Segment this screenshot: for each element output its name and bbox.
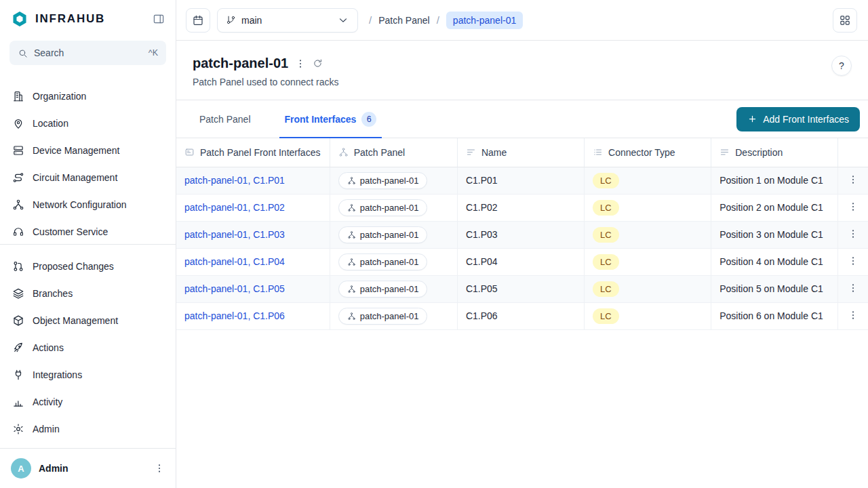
connector-type-badge: LC bbox=[593, 281, 619, 297]
branch-selector[interactable]: main bbox=[217, 8, 358, 33]
kebab-icon bbox=[848, 228, 859, 239]
sidebar-item-branches[interactable]: Branches bbox=[0, 280, 176, 307]
sidebar-item-network-configuration[interactable]: Network Configuration bbox=[0, 191, 176, 218]
sidebar-item-actions[interactable]: Actions bbox=[0, 334, 176, 361]
hierarchy-icon bbox=[347, 230, 356, 239]
description-cell: Position 5 on Module C1 bbox=[711, 275, 838, 302]
row-menu-button[interactable] bbox=[848, 256, 859, 266]
name-cell: C1.P01 bbox=[457, 167, 584, 194]
align-left-icon bbox=[719, 147, 730, 157]
row-menu-button[interactable] bbox=[848, 228, 859, 239]
patch-panel-pill[interactable]: patch-panel-01 bbox=[338, 253, 428, 270]
kebab-icon bbox=[295, 58, 306, 69]
interface-link[interactable]: patch-panel-01, C1.P02 bbox=[184, 202, 285, 213]
time-travel-button[interactable] bbox=[186, 8, 210, 33]
sidebar-item-label: Network Configuration bbox=[33, 199, 127, 210]
interface-link[interactable]: patch-panel-01, C1.P06 bbox=[184, 310, 285, 321]
tab-front-interfaces[interactable]: Front Interfaces 6 bbox=[281, 100, 381, 138]
sidebar-item-organization[interactable]: Organization bbox=[0, 83, 176, 110]
description-cell: Position 3 on Module C1 bbox=[711, 221, 838, 248]
sidebar-item-proposed-changes[interactable]: Proposed Changes bbox=[0, 253, 176, 280]
column-header-connector-type[interactable]: Connector Type bbox=[585, 138, 711, 167]
building-icon bbox=[12, 90, 24, 102]
sidebar-item-circuit-management[interactable]: Circuit Management bbox=[0, 164, 176, 191]
refresh-icon bbox=[313, 58, 323, 68]
apps-button[interactable] bbox=[833, 8, 857, 33]
column-header-front-interfaces[interactable]: Patch Panel Front Interfaces bbox=[176, 138, 330, 167]
sidebar-item-device-management[interactable]: Device Management bbox=[0, 137, 176, 164]
interface-link[interactable]: patch-panel-01, C1.P03 bbox=[184, 229, 285, 240]
connector-type-badge: LC bbox=[593, 308, 619, 324]
sidebar-primary-nav: Organization Location Device Management … bbox=[0, 83, 176, 244]
breadcrumb-item-patch-panel[interactable]: Patch Panel bbox=[378, 15, 430, 26]
description-cell: Position 1 on Module C1 bbox=[711, 167, 838, 194]
git-pull-request-icon bbox=[12, 260, 24, 272]
sidebar-item-admin[interactable]: Admin bbox=[0, 415, 176, 443]
sidebar-item-label: Admin bbox=[33, 424, 60, 434]
plus-icon bbox=[747, 114, 757, 124]
column-header-label: Name bbox=[481, 147, 507, 158]
sidebar-item-label: Actions bbox=[33, 342, 64, 353]
avatar: A bbox=[11, 458, 31, 479]
title-menu-button[interactable] bbox=[295, 58, 306, 69]
headset-icon bbox=[12, 226, 24, 238]
tab-patch-panel[interactable]: Patch Panel bbox=[195, 100, 255, 138]
sidebar-item-object-management[interactable]: Object Management bbox=[0, 307, 176, 334]
row-menu-button[interactable] bbox=[848, 201, 859, 212]
collapse-sidebar-button[interactable] bbox=[153, 13, 165, 25]
page-header: patch-panel-01 Patch Panel used to conne… bbox=[176, 41, 868, 100]
patch-panel-pill[interactable]: patch-panel-01 bbox=[338, 308, 428, 325]
sidebar-item-customer-service[interactable]: Customer Service bbox=[0, 218, 176, 244]
sidebar-item-label: Activity bbox=[33, 396, 62, 407]
row-menu-button[interactable] bbox=[848, 174, 859, 185]
interface-link[interactable]: patch-panel-01, C1.P05 bbox=[184, 283, 285, 294]
sidebar-item-activity[interactable]: Activity bbox=[0, 388, 176, 415]
add-button-label: Add Front Interfaces bbox=[763, 114, 849, 125]
patch-panel-pill-label: patch-panel-01 bbox=[360, 203, 419, 213]
git-branch-icon bbox=[226, 15, 236, 25]
name-cell: C1.P02 bbox=[457, 194, 584, 221]
search-input[interactable]: Search ^K bbox=[9, 41, 166, 65]
row-menu-button[interactable] bbox=[848, 283, 859, 293]
row-menu-button[interactable] bbox=[848, 310, 859, 321]
chevron-down-icon bbox=[337, 14, 349, 26]
server-icon bbox=[12, 144, 24, 157]
column-header-label: Description bbox=[735, 147, 783, 158]
patch-panel-pill-label: patch-panel-01 bbox=[360, 284, 419, 294]
patch-panel-pill[interactable]: patch-panel-01 bbox=[338, 199, 428, 216]
patch-panel-pill[interactable]: patch-panel-01 bbox=[338, 281, 428, 298]
sidebar-item-location[interactable]: Location bbox=[0, 110, 176, 137]
interface-link[interactable]: patch-panel-01, C1.P04 bbox=[184, 256, 285, 267]
help-button[interactable]: ? bbox=[831, 56, 852, 76]
name-cell: C1.P03 bbox=[457, 221, 584, 248]
network-icon bbox=[12, 199, 24, 211]
kebab-icon bbox=[848, 283, 859, 293]
topbar: main / Patch Panel / patch-panel-01 bbox=[176, 0, 868, 41]
column-header-name[interactable]: Name bbox=[457, 138, 584, 167]
breadcrumb-item-current[interactable]: patch-panel-01 bbox=[446, 12, 523, 29]
sidebar-secondary-nav: Proposed Changes Branches Object Managem… bbox=[0, 245, 176, 443]
column-header-description[interactable]: Description bbox=[711, 138, 838, 167]
patch-panel-pill[interactable]: patch-panel-01 bbox=[338, 226, 428, 243]
user-menu-button[interactable] bbox=[154, 463, 165, 474]
list-icon bbox=[593, 147, 603, 157]
kebab-icon bbox=[848, 310, 859, 321]
add-front-interfaces-button[interactable]: Add Front Interfaces bbox=[736, 107, 860, 131]
column-header-patch-panel[interactable]: Patch Panel bbox=[330, 138, 457, 167]
bar-chart-icon bbox=[12, 396, 24, 408]
sidebar-item-label: Branches bbox=[33, 288, 73, 299]
brand-name: INFRAHUB bbox=[35, 12, 105, 26]
gear-icon bbox=[12, 423, 24, 435]
tab-count-badge: 6 bbox=[361, 112, 376, 127]
connector-type-badge: LC bbox=[593, 227, 619, 243]
patch-panel-pill[interactable]: patch-panel-01 bbox=[338, 172, 428, 189]
sidebar-item-integrations[interactable]: Integrations bbox=[0, 361, 176, 388]
description-cell: Position 4 on Module C1 bbox=[711, 248, 838, 275]
hierarchy-icon bbox=[347, 312, 356, 321]
sidebar-item-label: Circuit Management bbox=[33, 172, 117, 183]
patch-panel-pill-label: patch-panel-01 bbox=[360, 257, 419, 267]
refresh-button[interactable] bbox=[313, 58, 323, 68]
interface-link[interactable]: patch-panel-01, C1.P01 bbox=[184, 175, 285, 186]
column-header-actions bbox=[838, 138, 868, 167]
breadcrumb-separator: / bbox=[369, 14, 372, 26]
